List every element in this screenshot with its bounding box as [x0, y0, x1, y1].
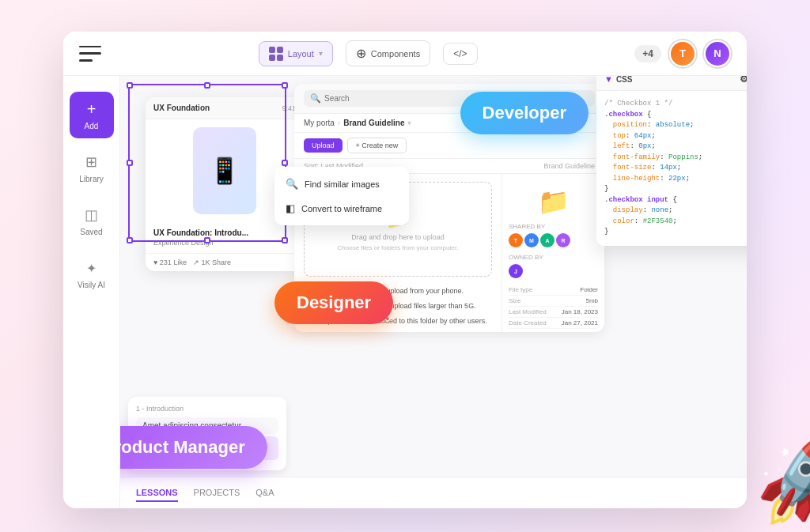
top-bar: Layout ▾ ⊕ Components </> +4 T N	[63, 32, 747, 76]
create-new-button[interactable]: + Create new	[347, 138, 407, 153]
css-code-block: /* Checkbox 1 */ .checkbox { position: a…	[596, 91, 747, 246]
visily-ai-icon: ✦	[82, 258, 101, 277]
product-manager-label: Product Manager	[120, 426, 267, 469]
canvas-tabs: LESSONS PROJECTS Q&A	[120, 477, 747, 508]
tab-lessons[interactable]: LESSONS	[136, 485, 178, 502]
breadcrumb-current[interactable]: Brand Guideline	[343, 119, 404, 127]
main-area: + Add ⊞ Library ◫ Saved ✦ Visily AI	[63, 76, 747, 508]
code-button[interactable]: </>	[443, 43, 477, 65]
sidebar-item-saved[interactable]: ◫ Saved	[70, 198, 114, 244]
gear-icon[interactable]: ⚙	[740, 76, 747, 85]
breadcrumb-home[interactable]: My porta	[304, 119, 335, 127]
search-icon: 🔍	[286, 178, 298, 190]
handle-tm[interactable]	[204, 82, 210, 89]
top-bar-right: +4 T N	[634, 40, 731, 67]
detail-modified: Last Modified Jan 18, 2023	[509, 307, 598, 318]
upload-button[interactable]: Upload	[304, 138, 343, 153]
detail-filetype: File type Folder	[509, 285, 598, 296]
tab-qa[interactable]: Q&A	[255, 485, 274, 502]
handle-tr[interactable]	[282, 82, 288, 89]
css-panel-header: ▼ CSS ⚙ ✕	[596, 76, 747, 91]
owner-1: J	[509, 264, 523, 278]
phone-mockup: 📱	[193, 127, 256, 214]
search-icon: 🔍	[310, 93, 321, 104]
file-toolbar: Upload + Create new	[294, 133, 604, 159]
top-bar-center: Layout ▾ ⊕ Components </>	[114, 40, 622, 66]
canvas-area: UX Foundation 9:41 📱 UX Foundation: Intr…	[120, 76, 747, 508]
sharer-4: R	[556, 233, 570, 247]
sharer-3: A	[540, 233, 555, 247]
designer-label: Designer	[274, 281, 393, 324]
handle-bl[interactable]	[127, 237, 133, 243]
library-icon: ⊞	[82, 153, 101, 172]
app-card-body: UX Foundation: Introdu... Experience Des…	[146, 222, 304, 253]
convert-wireframe-item[interactable]: ◧ Convert to wireframe	[274, 196, 409, 221]
handle-tl[interactable]	[127, 82, 133, 89]
sidebar: + Add ⊞ Library ◫ Saved ✦ Visily AI	[63, 76, 120, 508]
sharer-2: M	[524, 233, 539, 247]
detail-size: Size 5mb	[509, 296, 598, 307]
sidebar-item-library[interactable]: ⊞ Library	[70, 145, 114, 191]
tab-projects[interactable]: PROJECTS	[194, 485, 240, 502]
file-sidebar: 📁 Shared by T M A R Owned by J	[502, 174, 604, 332]
context-menu: 🔍 Find similar images ◧ Convert to wiref…	[274, 167, 409, 225]
folder-icon: 📁	[509, 187, 598, 217]
find-similar-item[interactable]: 🔍 Find similar images	[274, 172, 409, 196]
app-card-stats: ♥ 231 Like ↗ 1K Share	[146, 253, 304, 271]
developer-label: Developer	[460, 92, 589, 134]
components-button[interactable]: ⊕ Components	[346, 40, 430, 66]
hamburger-icon[interactable]	[79, 46, 101, 62]
sidebar-item-visily[interactable]: ✦ Visily AI	[70, 251, 114, 297]
sidebar-item-add[interactable]: + Add	[70, 92, 114, 138]
detail-permission: Permission Private	[509, 329, 598, 332]
avatar-2: N	[704, 40, 731, 67]
add-icon: +	[82, 100, 101, 119]
handle-ml[interactable]	[127, 160, 133, 166]
layout-button[interactable]: Layout ▾	[259, 41, 333, 66]
css-panel: ▼ CSS ⚙ ✕ /* Checkbox 1 */ .checkbox { p…	[596, 76, 747, 246]
shared-avatars: T M A R	[509, 233, 598, 247]
rocket-icon: 🚀	[744, 431, 810, 532]
sharer-1: T	[509, 233, 523, 247]
search-input[interactable]	[324, 94, 388, 103]
avatar-1: T	[669, 40, 696, 67]
app-card-header: UX Foundation 9:41	[146, 97, 304, 119]
saved-icon: ◫	[82, 206, 101, 224]
wireframe-icon: ◧	[286, 202, 295, 214]
browser-window: Layout ▾ ⊕ Components </> +4 T N	[63, 32, 747, 508]
owner-avatar: J	[509, 264, 598, 278]
avatar-count: +4	[634, 45, 661, 62]
detail-created: Date Created Jan 27, 2021	[509, 318, 598, 329]
